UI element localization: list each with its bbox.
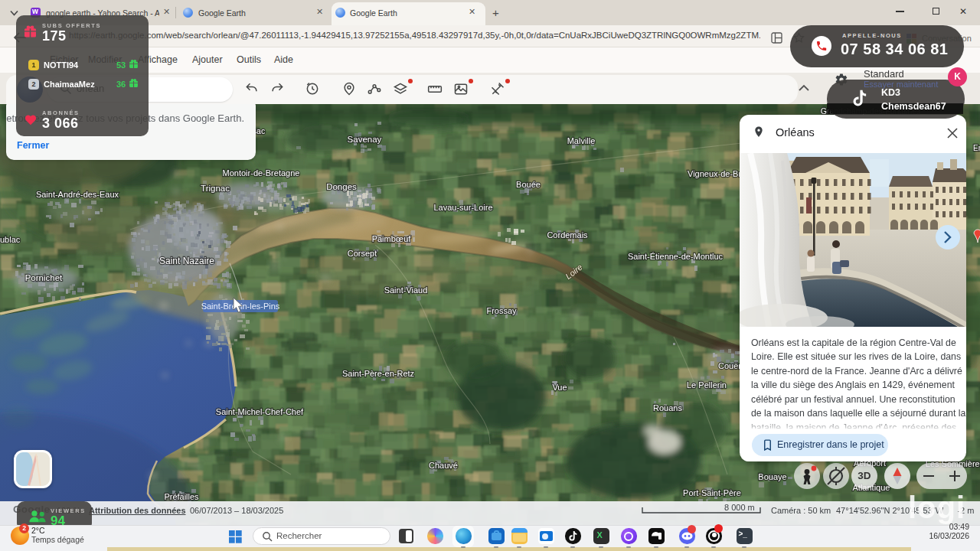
- svg-text:Saint-André-des-Eaux: Saint-André-des-Eaux: [36, 190, 119, 199]
- svg-text:ublac: ublac: [0, 235, 21, 244]
- svg-text:Corsept: Corsept: [348, 249, 377, 258]
- svg-text:Le Pellerin: Le Pellerin: [687, 380, 727, 390]
- svg-text:Lavau-sur-Loire: Lavau-sur-Loire: [433, 203, 492, 212]
- svg-text:Malville: Malville: [567, 136, 596, 145]
- svg-text:Cordemais: Cordemais: [547, 230, 588, 240]
- svg-text:Vue: Vue: [552, 383, 567, 392]
- svg-text:Saint-Étienne-de-Montluc: Saint-Étienne-de-Montluc: [628, 252, 724, 261]
- svg-text:Vigneux-de-Bre: Vigneux-de-Bre: [688, 169, 746, 178]
- svg-text:Donges: Donges: [326, 182, 357, 191]
- svg-text:Saint Nazaire: Saint Nazaire: [159, 256, 214, 266]
- svg-text:Préfailles: Préfailles: [164, 492, 199, 501]
- svg-text:Port-Saint-Père: Port-Saint-Père: [683, 488, 741, 497]
- svg-text:Saint-Viaud: Saint-Viaud: [384, 285, 428, 295]
- svg-text:Montoir-de-Bretagne: Montoir-de-Bretagne: [223, 168, 300, 178]
- svg-text:Pornichet: Pornichet: [25, 273, 63, 282]
- svg-text:Paimbœuf: Paimbœuf: [372, 234, 412, 243]
- svg-text:Saint-Michel-Chef-Chef: Saint-Michel-Chef-Chef: [216, 407, 304, 416]
- svg-text:Chauvé: Chauvé: [429, 461, 458, 470]
- svg-text:Bouée: Bouée: [516, 180, 541, 189]
- svg-text:Rouans: Rouans: [653, 403, 682, 412]
- svg-text:Bouaye: Bouaye: [758, 472, 786, 481]
- svg-text:Erdr: Erdr: [973, 144, 980, 152]
- svg-text:Saint-Père-en-Retz: Saint-Père-en-Retz: [342, 369, 414, 378]
- svg-text:Trignac: Trignac: [201, 184, 230, 193]
- svg-text:Frossay: Frossay: [486, 306, 517, 315]
- svg-text:Savenay: Savenay: [348, 135, 382, 144]
